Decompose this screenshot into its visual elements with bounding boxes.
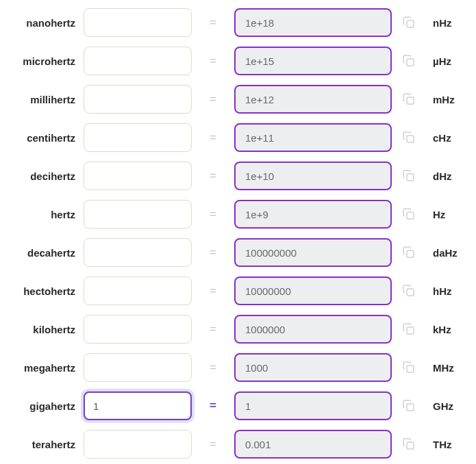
unit-row: hectohertz=hHz — [12, 276, 464, 305]
unit-output-right[interactable] — [234, 391, 392, 420]
equals-sign: = — [200, 246, 226, 259]
unit-output-right[interactable] — [234, 123, 392, 152]
equals-sign: = — [200, 54, 226, 68]
unit-row: megahertz=MHz — [12, 353, 464, 382]
unit-name-label: hertz — [12, 209, 75, 220]
unit-abbr-label: µHz — [433, 55, 462, 67]
equals-sign: = — [200, 92, 226, 106]
unit-abbr-label: nHz — [433, 17, 462, 29]
unit-input-left[interactable] — [84, 430, 192, 459]
unit-abbr-label: daHz — [433, 247, 462, 259]
unit-output-right[interactable] — [234, 85, 392, 114]
copy-icon[interactable] — [400, 129, 418, 146]
unit-input-left[interactable] — [84, 315, 192, 344]
unit-name-label: gigahertz — [12, 400, 75, 412]
copy-icon[interactable] — [400, 320, 418, 338]
copy-icon[interactable] — [400, 282, 418, 300]
unit-name-label: decahertz — [12, 247, 75, 259]
copy-icon[interactable] — [400, 244, 418, 261]
unit-output-right[interactable] — [234, 238, 392, 267]
unit-output-right[interactable] — [234, 315, 392, 344]
copy-icon[interactable] — [400, 359, 418, 376]
unit-output-right[interactable] — [234, 47, 392, 75]
copy-icon[interactable] — [400, 435, 418, 453]
unit-abbr-label: THz — [433, 439, 462, 450]
unit-name-label: microhertz — [12, 55, 75, 67]
unit-output-right[interactable] — [234, 162, 392, 190]
unit-input-left[interactable] — [84, 391, 192, 420]
unit-input-left[interactable] — [84, 162, 192, 190]
unit-abbr-label: cHz — [433, 132, 462, 144]
equals-sign: = — [200, 322, 226, 336]
equals-sign: = — [200, 361, 226, 374]
svg-rect-4 — [407, 174, 414, 181]
equals-sign: = — [200, 131, 226, 144]
unit-input-left[interactable] — [84, 8, 192, 37]
copy-icon[interactable] — [400, 205, 418, 223]
unit-abbr-label: hHz — [433, 285, 462, 297]
unit-row: nanohertz=nHz — [12, 8, 464, 37]
unit-row: centihertz=cHz — [12, 123, 464, 152]
unit-row: hertz=Hz — [12, 200, 464, 229]
svg-rect-5 — [407, 212, 414, 219]
unit-row: gigahertz=GHz — [12, 391, 464, 420]
unit-output-right[interactable] — [234, 276, 392, 305]
unit-row: decihertz=dHz — [12, 162, 464, 190]
unit-output-right[interactable] — [234, 8, 392, 37]
unit-name-label: megahertz — [12, 362, 75, 374]
unit-output-right[interactable] — [234, 430, 392, 459]
unit-row: microhertz=µHz — [12, 47, 464, 75]
unit-converter-table: nanohertz=nHzmicrohertz=µHzmillihertz=mH… — [12, 8, 464, 459]
unit-input-left[interactable] — [84, 123, 192, 152]
copy-icon[interactable] — [400, 167, 418, 185]
unit-abbr-label: MHz — [433, 362, 462, 374]
unit-name-label: centihertz — [12, 132, 75, 144]
unit-name-label: hectohertz — [12, 285, 75, 297]
unit-input-left[interactable] — [84, 353, 192, 382]
unit-abbr-label: GHz — [433, 400, 462, 412]
equals-sign: = — [200, 437, 226, 451]
equals-sign: = — [200, 169, 226, 183]
unit-abbr-label: Hz — [433, 209, 462, 220]
unit-name-label: kilohertz — [12, 324, 75, 335]
copy-icon[interactable] — [400, 52, 418, 70]
unit-output-right[interactable] — [234, 353, 392, 382]
svg-rect-10 — [407, 404, 414, 411]
unit-abbr-label: kHz — [433, 324, 462, 335]
unit-abbr-label: mHz — [433, 94, 462, 105]
svg-rect-11 — [407, 442, 414, 449]
unit-input-left[interactable] — [84, 200, 192, 229]
unit-name-label: terahertz — [12, 439, 75, 450]
svg-rect-1 — [407, 59, 414, 66]
unit-name-label: millihertz — [12, 94, 75, 105]
unit-input-left[interactable] — [84, 238, 192, 267]
equals-sign: = — [200, 284, 226, 298]
unit-name-label: decihertz — [12, 170, 75, 182]
svg-rect-2 — [407, 97, 414, 104]
copy-icon[interactable] — [400, 397, 418, 415]
svg-rect-0 — [407, 21, 414, 27]
equals-sign: = — [200, 399, 226, 413]
equals-sign: = — [200, 16, 226, 29]
unit-abbr-label: dHz — [433, 170, 462, 182]
unit-input-left[interactable] — [84, 276, 192, 305]
svg-rect-9 — [407, 365, 414, 372]
copy-icon[interactable] — [400, 14, 418, 31]
copy-icon[interactable] — [400, 90, 418, 108]
unit-name-label: nanohertz — [12, 17, 75, 29]
unit-input-left[interactable] — [84, 85, 192, 114]
svg-rect-8 — [407, 327, 414, 334]
svg-rect-7 — [407, 289, 414, 296]
unit-input-left[interactable] — [84, 47, 192, 75]
unit-row: millihertz=mHz — [12, 85, 464, 114]
unit-row: terahertz=THz — [12, 430, 464, 459]
unit-row: kilohertz=kHz — [12, 315, 464, 344]
unit-output-right[interactable] — [234, 200, 392, 229]
unit-row: decahertz=daHz — [12, 238, 464, 267]
equals-sign: = — [200, 207, 226, 221]
svg-rect-6 — [407, 250, 414, 257]
svg-rect-3 — [407, 136, 414, 142]
